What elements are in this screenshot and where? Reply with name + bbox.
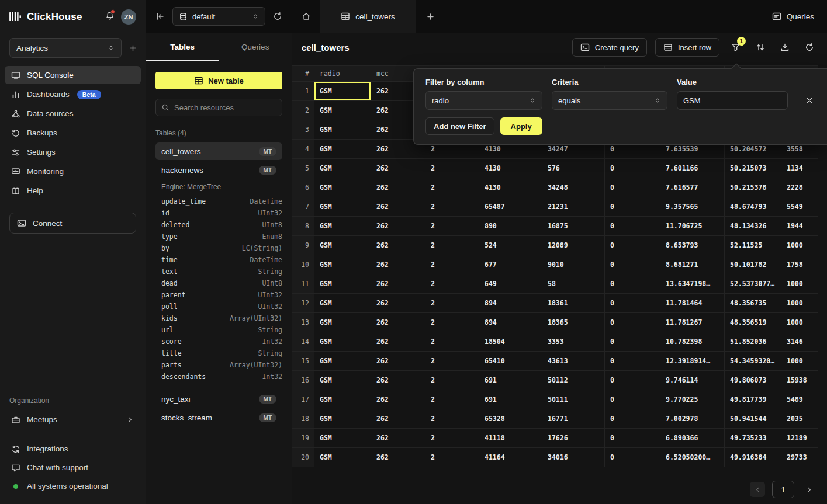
data-cell[interactable]: 13.6347198…: [660, 274, 725, 293]
data-cell[interactable]: 691: [479, 390, 542, 409]
data-cell[interactable]: GSM: [314, 140, 371, 158]
data-cell[interactable]: 262: [371, 448, 425, 467]
data-cell[interactable]: 2: [425, 255, 479, 274]
data-cell[interactable]: GSM: [314, 255, 371, 274]
data-cell[interactable]: 10.782398: [660, 332, 725, 351]
data-cell[interactable]: 262: [371, 217, 425, 235]
data-cell[interactable]: 54.3459320…: [725, 352, 781, 370]
remove-filter-button[interactable]: [805, 91, 814, 110]
data-cell[interactable]: 50.101782: [725, 255, 781, 274]
data-cell[interactable]: 7.616577: [660, 178, 725, 197]
data-cell[interactable]: 65410: [479, 352, 542, 370]
data-cell[interactable]: 34016: [542, 448, 605, 467]
data-cell[interactable]: 0: [605, 371, 660, 390]
filter-value-input[interactable]: [677, 91, 788, 110]
data-cell[interactable]: 1000: [781, 352, 818, 370]
data-cell[interactable]: 43613: [542, 352, 605, 370]
prev-page-button[interactable]: [750, 482, 765, 497]
filter-column-select[interactable]: radio: [425, 91, 542, 110]
data-cell[interactable]: GSM: [314, 371, 371, 390]
data-cell[interactable]: 576: [542, 159, 605, 178]
data-cell[interactable]: GSM: [314, 294, 371, 312]
data-cell[interactable]: 48.134326: [725, 217, 781, 235]
data-cell[interactable]: GSM: [314, 332, 371, 351]
data-cell[interactable]: GSM: [314, 409, 371, 428]
data-cell[interactable]: 6.52050200…: [660, 448, 725, 467]
data-cell[interactable]: 0: [605, 294, 660, 312]
data-cell[interactable]: 2: [425, 409, 479, 428]
data-cell[interactable]: 0: [605, 178, 660, 197]
data-cell[interactable]: 2: [425, 390, 479, 409]
data-cell[interactable]: 6.890366: [660, 429, 725, 447]
sidebar-item-all-systems-operational[interactable]: All systems operational: [5, 478, 141, 495]
data-cell[interactable]: 0: [605, 159, 660, 178]
data-cell[interactable]: 50.215378: [725, 178, 781, 197]
data-cell[interactable]: 2: [425, 294, 479, 312]
data-cell[interactable]: 5489: [781, 390, 818, 409]
data-cell[interactable]: 4130: [479, 159, 542, 178]
data-cell[interactable]: GSM: [314, 236, 371, 255]
data-cell[interactable]: 50111: [542, 390, 605, 409]
notifications-bell-icon[interactable]: [105, 11, 115, 22]
data-cell[interactable]: 2: [425, 274, 479, 293]
data-cell[interactable]: 29733: [781, 448, 818, 467]
data-cell[interactable]: 649: [479, 274, 542, 293]
data-cell[interactable]: 17626: [542, 429, 605, 447]
add-new-filter-button[interactable]: Add new Filter: [425, 117, 494, 135]
data-cell[interactable]: 8.681271: [660, 255, 725, 274]
data-cell[interactable]: 0: [605, 274, 660, 293]
sidebar-item-data-sources[interactable]: Data sources: [5, 105, 141, 123]
data-cell[interactable]: 0: [605, 409, 660, 428]
data-cell[interactable]: GSM: [314, 82, 371, 100]
data-cell[interactable]: 0: [605, 429, 660, 447]
data-cell[interactable]: 52.11525: [725, 236, 781, 255]
data-cell[interactable]: 0: [605, 332, 660, 351]
tab-tables[interactable]: Tables: [146, 33, 219, 61]
data-cell[interactable]: GSM: [314, 217, 371, 235]
data-cell[interactable]: 2: [425, 429, 479, 447]
new-tab-button[interactable]: [416, 0, 445, 33]
data-cell[interactable]: 1000: [781, 274, 818, 293]
data-cell[interactable]: 2: [425, 159, 479, 178]
data-cell[interactable]: 894: [479, 294, 542, 312]
data-cell[interactable]: 0: [605, 313, 660, 332]
data-cell[interactable]: GSM: [314, 178, 371, 197]
tab-queries[interactable]: Queries: [219, 33, 292, 61]
sidebar-item-settings[interactable]: Settings: [5, 143, 141, 161]
data-cell[interactable]: GSM: [314, 274, 371, 293]
data-cell[interactable]: 34248: [542, 178, 605, 197]
data-cell[interactable]: 262: [371, 255, 425, 274]
data-cell[interactable]: 16875: [542, 217, 605, 235]
data-cell[interactable]: 50.215073: [725, 159, 781, 178]
current-page[interactable]: 1: [772, 481, 794, 498]
data-cell[interactable]: GSM: [314, 197, 371, 216]
data-cell[interactable]: 9.357565: [660, 197, 725, 216]
data-cell[interactable]: 0: [605, 390, 660, 409]
sidebar-item-dashboards[interactable]: DashboardsBeta: [5, 85, 141, 103]
data-cell[interactable]: 21231: [542, 197, 605, 216]
sidebar-item-monitoring[interactable]: Monitoring: [5, 162, 141, 180]
refresh-data-button[interactable]: [801, 39, 818, 55]
data-cell[interactable]: 12.3918914…: [660, 352, 725, 370]
data-cell[interactable]: GSM: [314, 120, 371, 139]
data-cell[interactable]: 262: [371, 390, 425, 409]
data-cell[interactable]: 12089: [542, 236, 605, 255]
data-cell[interactable]: 11.781464: [660, 294, 725, 312]
data-cell[interactable]: 1134: [781, 159, 818, 178]
data-cell[interactable]: 65487: [479, 197, 542, 216]
next-page-button[interactable]: [801, 482, 816, 497]
data-cell[interactable]: 3146: [781, 332, 818, 351]
data-cell[interactable]: 2: [425, 313, 479, 332]
data-cell[interactable]: 2: [425, 332, 479, 351]
table-item-nyc-taxi[interactable]: nyc_taxiMT: [155, 390, 282, 408]
data-cell[interactable]: 524: [479, 236, 542, 255]
sidebar-item-chat-with-support[interactable]: Chat with support: [5, 459, 141, 476]
data-cell[interactable]: 894: [479, 313, 542, 332]
data-cell[interactable]: 58: [542, 274, 605, 293]
table-item-cell-towers[interactable]: cell_towersMT: [155, 142, 282, 160]
data-cell[interactable]: 48.356735: [725, 294, 781, 312]
data-cell[interactable]: 2: [425, 197, 479, 216]
data-cell[interactable]: 51.852036: [725, 332, 781, 351]
data-cell[interactable]: 9.770225: [660, 390, 725, 409]
tab-home[interactable]: [292, 0, 320, 33]
